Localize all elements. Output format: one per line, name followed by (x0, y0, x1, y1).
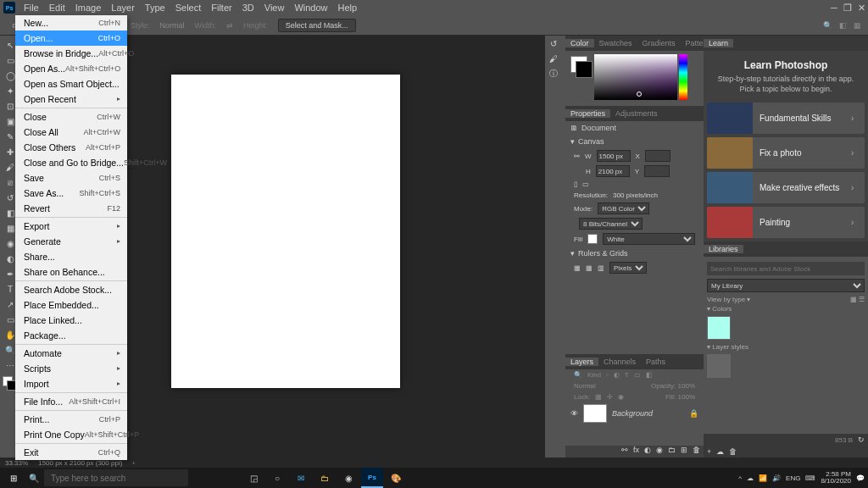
orient-portrait-icon[interactable]: ▯ (574, 180, 577, 188)
menu-3d[interactable]: 3D (237, 3, 259, 13)
file-menu-item[interactable]: Generate (15, 234, 127, 249)
menu-file[interactable]: File (19, 3, 44, 13)
list-view-icon[interactable]: ☰ (859, 296, 865, 303)
height-input[interactable] (596, 165, 630, 177)
tray-chevron-icon[interactable]: ^ (738, 474, 742, 482)
grid-icon[interactable]: ▦ (586, 264, 593, 272)
brushes-panel-icon[interactable]: 🖌 (545, 51, 562, 66)
mail-icon[interactable]: ✉ (290, 468, 312, 488)
adjustment-icon[interactable]: ◉ (656, 446, 663, 458)
style-value[interactable]: Normal (160, 21, 185, 30)
file-menu-item[interactable]: Close AllAlt+Ctrl+W (15, 125, 127, 140)
ruler-icon[interactable]: ▦ (574, 264, 581, 272)
menu-view[interactable]: View (259, 3, 290, 13)
tab-swatches[interactable]: Swatches (594, 39, 637, 47)
lib-colors-section[interactable]: Colors (712, 305, 732, 313)
add-content-icon[interactable]: + (707, 447, 711, 456)
tab-adjustments[interactable]: Adjustments (610, 109, 663, 118)
lock-pos-icon[interactable]: ✢ (607, 393, 613, 401)
menu-help[interactable]: Help (333, 3, 363, 13)
file-menu-item[interactable]: CloseCtrl+W (15, 109, 127, 125)
chrome-icon[interactable]: ◉ (337, 468, 359, 488)
file-menu-item[interactable]: New...Ctrl+N (15, 15, 127, 30)
learn-item[interactable]: Fundamental Skills› (707, 103, 865, 134)
ruler-unit-select[interactable]: Pixels (609, 262, 647, 274)
delete-layer-icon[interactable]: 🗑 (693, 446, 700, 458)
filter-shape-icon[interactable]: ▭ (634, 371, 641, 379)
tab-paths[interactable]: Paths (641, 358, 670, 366)
lib-cloud-icon[interactable]: ☁ (716, 447, 724, 456)
fill-swatch[interactable] (587, 234, 598, 244)
blend-mode[interactable]: Normal (574, 382, 596, 390)
library-color-swatch[interactable] (707, 316, 731, 340)
close-button[interactable]: ✕ (854, 0, 868, 15)
start-button[interactable]: ⊞ (3, 468, 24, 488)
search-icon[interactable]: 🔍 (823, 21, 832, 30)
mode-select[interactable]: RGB Color (598, 202, 649, 214)
tab-learn[interactable]: Learn (704, 39, 733, 47)
tab-gradients[interactable]: Gradients (637, 39, 681, 47)
tray-clock[interactable]: 2:58 PM 8/10/2020 (821, 471, 851, 485)
mask-icon[interactable]: ◐ (644, 446, 651, 458)
tab-layers[interactable]: Layers (565, 358, 598, 366)
rulers-section[interactable]: Rulers & Grids (578, 249, 628, 258)
file-menu-item[interactable]: Export (15, 219, 127, 234)
layer-thumbnail[interactable] (583, 404, 607, 423)
file-menu-item[interactable]: Search Adobe Stock... (15, 282, 127, 297)
layer-background[interactable]: 👁 Background 🔒 (565, 402, 704, 424)
menu-window[interactable]: Window (289, 3, 332, 13)
tab-color[interactable]: Color (565, 39, 594, 47)
lib-styles-section[interactable]: Layer styles (712, 343, 748, 351)
lock-pix-icon[interactable]: ◉ (618, 393, 624, 401)
tray-cloud-icon[interactable]: ☁ (747, 474, 754, 482)
menu-select[interactable]: Select (170, 3, 207, 13)
file-menu-item[interactable]: Share... (15, 249, 127, 264)
fx-icon[interactable]: fx (633, 446, 639, 458)
new-layer-icon[interactable]: ⊞ (681, 446, 687, 458)
link-layers-icon[interactable]: ⚯ (621, 446, 628, 458)
tray-wifi-icon[interactable]: 📶 (759, 474, 767, 482)
history-panel-icon[interactable]: ↺ (545, 36, 562, 51)
workspace-icon[interactable]: ▦ (854, 21, 861, 30)
menu-type[interactable]: Type (140, 3, 170, 13)
share-icon[interactable]: ◧ (839, 21, 847, 30)
tray-volume-icon[interactable]: 🔊 (772, 474, 781, 482)
file-menu-item[interactable]: Print One CopyAlt+Shift+Ctrl+P (15, 427, 127, 442)
link-icon[interactable]: ⚯ (574, 152, 580, 160)
menu-layer[interactable]: Layer (106, 3, 140, 13)
file-menu-item[interactable]: Place Linked... (15, 313, 127, 328)
notifications-icon[interactable]: 💬 (856, 474, 865, 482)
fill-opacity-label[interactable]: Fill: 100% (665, 393, 695, 401)
visibility-icon[interactable]: 👁 (570, 409, 578, 418)
lib-delete-icon[interactable]: 🗑 (729, 447, 737, 456)
library-select[interactable]: My Library (707, 279, 865, 292)
file-menu-item[interactable]: File Info...Alt+Shift+Ctrl+I (15, 394, 127, 409)
file-menu-item[interactable]: Close and Go to Bridge...Shift+Ctrl+W (15, 155, 127, 170)
filter-pixel-icon[interactable]: ▫ (606, 371, 609, 379)
file-menu-item[interactable]: Import (15, 376, 127, 391)
tray-keyboard-icon[interactable]: ⌨ (805, 474, 815, 482)
view-by-type[interactable]: View by type ▾ (707, 296, 750, 303)
minimize-button[interactable]: ─ (827, 0, 841, 15)
paint-icon[interactable]: 🎨 (385, 468, 407, 488)
file-menu-item[interactable]: SaveCtrl+S (15, 170, 127, 186)
fill-select[interactable]: White (603, 233, 695, 245)
info-panel-icon[interactable]: ⓘ (545, 66, 562, 81)
depth-select[interactable]: 8 Bits/Channel (579, 218, 643, 230)
tray-lang[interactable]: ENG (786, 474, 800, 482)
hue-slider[interactable] (679, 54, 687, 100)
file-menu-item[interactable]: Place Embedded... (15, 297, 127, 313)
learn-item[interactable]: Fix a photo› (707, 137, 865, 169)
photoshop-taskbar-icon[interactable]: Ps (361, 468, 383, 488)
file-menu-item[interactable]: RevertF12 (15, 201, 127, 216)
library-search-input[interactable] (707, 262, 865, 275)
document-canvas[interactable] (171, 75, 400, 388)
x-input[interactable] (645, 150, 670, 162)
file-menu-item[interactable]: Package... (15, 328, 127, 343)
group-icon[interactable]: 🗀 (668, 446, 676, 458)
select-and-mask-button[interactable]: Select and Mask... (278, 19, 356, 32)
canvas-section[interactable]: Canvas (578, 137, 604, 146)
cortana-icon[interactable]: ○ (266, 468, 288, 488)
task-view-icon[interactable]: ◲ (242, 468, 264, 488)
filter-smart-icon[interactable]: ◧ (646, 371, 653, 379)
